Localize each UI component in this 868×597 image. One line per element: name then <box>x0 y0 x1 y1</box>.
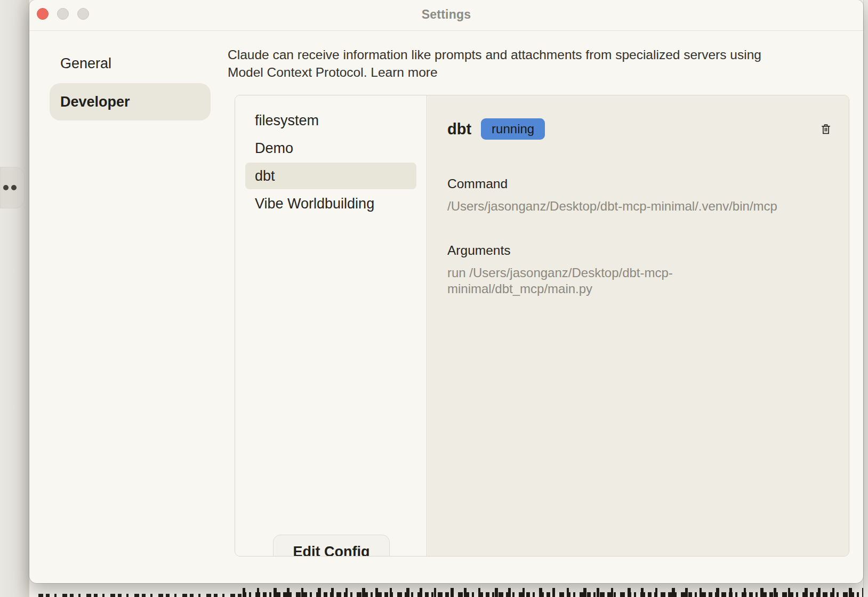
server-list-item-demo[interactable]: Demo <box>245 135 416 162</box>
background-clipped-text <box>243 588 863 597</box>
edit-config-button[interactable]: Edit Config <box>273 535 390 556</box>
background-clipped-text <box>38 594 245 597</box>
arguments-value: run /Users/jasonganz/Desktop/dbt-mcp-min… <box>447 265 703 297</box>
server-list-item-dbt[interactable]: dbt <box>245 163 416 189</box>
title-bar: Settings <box>29 0 863 31</box>
background-sidebar-tab[interactable] <box>0 167 25 208</box>
server-detail-header: dbt running <box>447 117 833 141</box>
settings-window: Settings General Developer Claude can re… <box>29 0 863 583</box>
status-badge: running <box>481 118 545 140</box>
sidebar-item-developer[interactable]: Developer <box>50 83 211 120</box>
desktop-edge-left <box>0 0 29 597</box>
server-list-item-filesystem[interactable]: filesystem <box>245 107 416 134</box>
learn-more-link[interactable]: Learn more <box>371 65 437 79</box>
delete-server-button[interactable] <box>819 122 833 137</box>
command-label: Command <box>447 176 508 191</box>
server-list: filesystem Demo dbt Vibe Worldbuilding <box>235 107 427 218</box>
ellipsis-icon <box>3 185 17 190</box>
server-name: dbt <box>447 120 471 138</box>
description-line-2: Model Context Protocol. Learn more <box>228 63 825 81</box>
trash-icon <box>820 123 832 136</box>
window-title: Settings <box>29 7 863 22</box>
sidebar-item-general[interactable]: General <box>60 55 111 72</box>
server-list-column: filesystem Demo dbt Vibe Worldbuilding E… <box>235 95 427 556</box>
description-line-1: Claude can receive information like prom… <box>228 46 825 63</box>
server-list-item-vibe-worldbuilding[interactable]: Vibe Worldbuilding <box>245 190 416 217</box>
sidebar-item-label: Developer <box>60 94 130 110</box>
server-detail-panel: dbt running Command /Users/jasonganz/Des… <box>428 95 849 556</box>
desktop-edge-right <box>863 0 868 597</box>
screen: Settings General Developer Claude can re… <box>0 0 868 597</box>
command-value: /Users/jasonganz/Desktop/dbt-mcp-minimal… <box>447 198 777 214</box>
arguments-label: Arguments <box>447 243 510 258</box>
mcp-description: Claude can receive information like prom… <box>228 46 825 81</box>
mcp-servers-panel: filesystem Demo dbt Vibe Worldbuilding E… <box>235 95 849 556</box>
